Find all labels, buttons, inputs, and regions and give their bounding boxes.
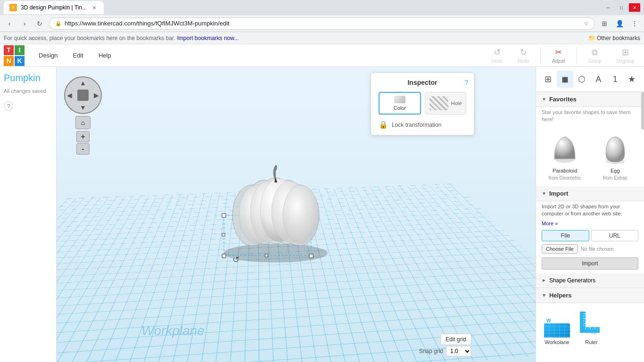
logo-t: T — [4, 45, 14, 55]
svg-rect-4 — [222, 254, 226, 258]
browser-titlebar: T 3D design Pumpkin | Tin... ✕ ─ □ ✕ — [0, 0, 644, 15]
logo-i: I — [15, 45, 25, 55]
browser-tab[interactable]: T 3D design Pumpkin | Tin... ✕ — [4, 1, 104, 14]
left-panel: Pumpkin All changes saved ? — [0, 67, 57, 362]
nav-up-arrow[interactable]: ▲ — [80, 79, 86, 87]
design-menu[interactable]: Design — [32, 49, 64, 62]
lock-icon: 🔒 — [379, 120, 388, 129]
url-bar[interactable]: 🔒 https://www.tinkercad.com/things/fQfIM… — [49, 17, 595, 30]
zoom-out-btn[interactable]: - — [76, 143, 90, 155]
ungroup-btn[interactable]: ⊞ Ungroup — [611, 45, 640, 66]
workplane-helper-name: Workolane — [545, 339, 569, 345]
nav-right-arrow[interactable]: ▶ — [94, 91, 99, 99]
adjust-icon: ✂ — [555, 47, 562, 58]
redo-btn[interactable]: ↻ Redo — [512, 45, 535, 66]
ungroup-icon: ⊞ — [622, 47, 629, 58]
tab-favicon: T — [9, 4, 17, 11]
shape-generators-section-header[interactable]: ► Shape Generators — [536, 273, 644, 288]
tab-close-btn[interactable]: ✕ — [91, 4, 98, 11]
edit-grid-btn[interactable]: Edit grid — [440, 334, 471, 345]
refresh-btn[interactable]: ↻ — [34, 18, 45, 29]
shape-view-btn[interactable]: ⬡ — [573, 71, 590, 88]
helpers-section-header[interactable]: ▼ Helpers — [536, 288, 644, 303]
import-btn[interactable]: Import — [542, 257, 638, 270]
back-btn[interactable]: ‹ — [4, 18, 15, 29]
nav-left-arrow[interactable]: ◀ — [67, 91, 72, 99]
hole-pattern — [429, 96, 448, 110]
ssl-icon: 🔒 — [55, 20, 62, 26]
snap-grid-label: Snap grid — [419, 348, 443, 354]
import-file-url-tabs: File URL — [536, 230, 644, 244]
project-name[interactable]: Pumpkin — [4, 73, 52, 83]
import-arrow: ▼ — [542, 191, 546, 196]
close-btn[interactable]: ✕ — [629, 3, 640, 12]
hole-label: Hole — [451, 100, 462, 106]
extensions-btn[interactable]: ⊞ — [599, 18, 610, 29]
sidebar-top-icons: ⊞ ◼ ⬡ A 1 ★ — [536, 67, 644, 92]
egg-name: Egg — [611, 168, 620, 173]
bookmarks-bar: For quick access, place your bookmarks h… — [0, 32, 644, 44]
paraboloid-shape-item[interactable]: Paraboloid from Geometric — [542, 131, 588, 182]
bookmark-star-icon[interactable]: ☆ — [584, 20, 589, 27]
app-container: T I N K Design Edit Help ↺ Undo ↻ Redo ✂ — [0, 44, 644, 362]
menubar: T I N K Design Edit Help ↺ Undo ↻ Redo ✂ — [0, 44, 644, 67]
choose-file-btn[interactable]: Choose File — [542, 244, 578, 254]
text-view-btn[interactable]: A — [590, 71, 607, 88]
import-bookmarks-link[interactable]: Import bookmarks now... — [177, 35, 239, 41]
undo-icon: ↺ — [494, 47, 501, 58]
forward-btn[interactable]: › — [19, 18, 30, 29]
home-view-btn[interactable]: ⌂ — [75, 116, 91, 129]
favorites-section-header[interactable]: ▼ Favorites — [536, 92, 644, 107]
grid-view-btn[interactable]: ⊞ — [540, 71, 557, 88]
tab-title: 3D design Pumpkin | Tin... — [21, 4, 87, 11]
star-view-btn[interactable]: ★ — [624, 71, 641, 88]
window-controls: ─ □ ✕ — [603, 3, 640, 12]
toolbar-separator-2 — [577, 47, 577, 64]
cube-view-btn[interactable]: ◼ — [557, 71, 574, 88]
help-badge[interactable]: ? — [4, 101, 13, 111]
menu-btn[interactable]: ⋮ — [629, 18, 640, 29]
profile-btn[interactable]: 👤 — [614, 18, 625, 29]
edit-menu[interactable]: Edit — [66, 49, 90, 62]
hole-btn[interactable]: Hole — [425, 92, 466, 115]
group-btn[interactable]: ⧉ Group — [583, 46, 607, 66]
file-tab[interactable]: File — [542, 230, 589, 241]
undo-btn[interactable]: ↺ Undo — [486, 45, 508, 66]
maximize-btn[interactable]: □ — [616, 3, 627, 12]
zoom-in-btn[interactable]: + — [76, 131, 90, 142]
other-bookmarks-btn[interactable]: 📁 Other bookmarks — [588, 35, 640, 41]
color-btn[interactable]: Color — [379, 92, 421, 115]
favorites-description: Star your favorite shapes to save them h… — [536, 107, 644, 127]
egg-shape-item[interactable]: Egg from Extras — [592, 131, 639, 182]
import-section-header[interactable]: ▼ Import — [536, 186, 644, 201]
nav-arrows: ▲ ▼ ◀ ▶ — [65, 77, 101, 113]
viewport[interactable]: ▲ ▼ ◀ ▶ ⌂ + - — [57, 67, 536, 362]
svg-point-0 — [224, 244, 328, 263]
inspector-buttons: Color Hole — [379, 92, 466, 115]
import-title: Import — [549, 190, 568, 197]
egg-source: from Extras — [603, 175, 627, 181]
url-tab[interactable]: URL — [591, 230, 639, 241]
no-file-text: No file chosen — [581, 246, 614, 252]
minimize-btn[interactable]: ─ — [603, 3, 614, 12]
logo-k2: K — [15, 56, 25, 66]
redo-icon: ↻ — [520, 47, 527, 58]
menu-items: Design Edit Help — [32, 49, 118, 62]
adjust-btn[interactable]: ✂ Adjust — [546, 45, 571, 66]
snap-grid-select[interactable]: 1.0 0.5 0.25 — [446, 346, 471, 356]
tinkercad-logo[interactable]: T I N K — [4, 45, 25, 66]
workplane-helper-item[interactable]: W Workolane — [542, 307, 572, 345]
help-menu[interactable]: Help — [92, 49, 118, 62]
nav-circle[interactable]: ▲ ▼ ◀ ▶ — [64, 76, 102, 114]
inspector-help-btn[interactable]: ? — [464, 79, 468, 86]
import-more-link[interactable]: More » — [536, 221, 644, 230]
number-view-btn[interactable]: 1 — [607, 71, 624, 88]
pumpkin-3d: ↺ — [189, 123, 368, 274]
lock-label: Lock transformation — [392, 122, 441, 128]
helpers-arrow: ▼ — [542, 293, 546, 298]
nav-down-arrow[interactable]: ▼ — [80, 104, 86, 111]
import-description: Import 2D or 3D shapes from your compute… — [536, 201, 644, 221]
ruler-helper-item[interactable]: mm Ruler — [576, 307, 607, 345]
inspector-title: Inspector — [379, 79, 466, 86]
bookmarks-info-text: For quick access, place your bookmarks h… — [4, 35, 175, 41]
